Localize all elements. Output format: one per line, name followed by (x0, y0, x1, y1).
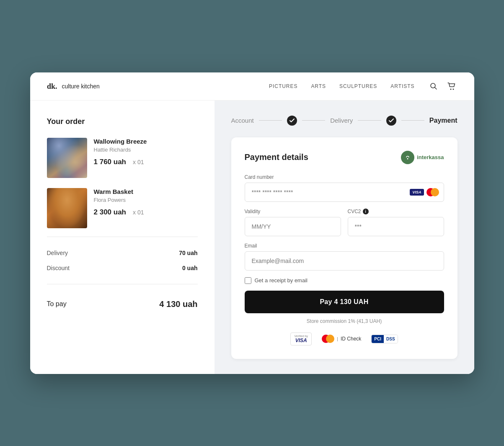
nav-icons (428, 81, 457, 92)
fee-row-delivery: Delivery 70 uah (47, 245, 198, 260)
cvc-info-icon[interactable]: i (363, 209, 369, 214)
interkassa-text: interkassa (417, 154, 444, 160)
step-payment-label: Payment (429, 117, 457, 124)
id-check-badge: | ID Check (322, 335, 361, 343)
steps-bar: Account Delivery Payment (231, 116, 457, 126)
payment-card: Payment details interkassa (231, 137, 457, 359)
nav-arts[interactable]: ARTS (311, 83, 326, 89)
item-image-2 (47, 188, 87, 228)
payment-section: Account Delivery Payment (215, 101, 474, 374)
item-details-2: Warm Basket Flora Powers 2 300 uah x 01 (94, 188, 198, 217)
mc-badge-id (322, 335, 334, 343)
cvc-label-row: CVC2 i (348, 209, 444, 214)
step-line-2 (302, 120, 325, 121)
delivery-label: Delivery (47, 250, 68, 256)
item-artist-1: Hattie Richards (94, 147, 198, 153)
discount-value: 0 uah (182, 265, 198, 271)
payment-header: Payment details interkassa (245, 151, 444, 164)
item-name-1: Wallowing Breeze (94, 138, 198, 145)
cvc-input[interactable] (348, 217, 444, 236)
id-check-separator: | (337, 336, 338, 341)
fee-row-discount: Discount 0 uah (47, 260, 198, 276)
step-line-4 (401, 120, 424, 121)
total-row: To pay 4 130 uah (47, 293, 198, 316)
item-artist-2: Flora Powers (94, 197, 198, 203)
mc-circle-orange (431, 188, 439, 196)
total-value: 4 130 uah (159, 299, 197, 309)
search-icon (430, 82, 437, 90)
item-image-1 (47, 138, 87, 178)
item-price-row-2: 2 300 uah x 01 (94, 208, 198, 217)
discount-label: Discount (47, 265, 70, 271)
card-input-wrapper: VISA (245, 183, 444, 202)
validity-cvc-row: Validity CVC2 i (245, 209, 444, 243)
step-check-2 (386, 116, 396, 126)
svg-line-2 (434, 87, 437, 89)
item-qty-2: x 01 (133, 209, 144, 216)
card-number-group: Card number VISA (245, 174, 444, 202)
payment-title: Payment details (245, 152, 308, 162)
svg-point-6 (407, 158, 408, 159)
interkassa-logo: interkassa (401, 151, 444, 164)
interkassa-icon (401, 151, 414, 164)
checkmark-icon-1 (289, 119, 295, 123)
logo-icon: dk. (47, 82, 59, 90)
order-items: Wallowing Breeze Hattie Richards 1 760 u… (47, 138, 198, 228)
svg-point-3 (450, 88, 451, 90)
dss-text: DSS (384, 335, 398, 343)
security-badges: Verified by VISA | ID Check (245, 333, 444, 345)
item-details-1: Wallowing Breeze Hattie Richards 1 760 u… (94, 138, 198, 166)
step-line-1 (259, 120, 282, 121)
card-icons: VISA (410, 188, 439, 196)
pay-button[interactable]: Pay 4 130 UAH (245, 291, 444, 313)
item-price-1: 1 760 uah (94, 158, 127, 166)
nav-links: PICTURES ARTS SCULPTURES ARTISTS (269, 83, 414, 89)
validity-input[interactable] (245, 217, 341, 236)
delivery-value: 70 uah (179, 250, 197, 256)
logo[interactable]: dk. culture kitchen (47, 82, 100, 90)
cvc-label: CVC2 (348, 209, 361, 214)
order-item-2: Warm Basket Flora Powers 2 300 uah x 01 (47, 188, 198, 228)
verified-text: Verified by (294, 335, 308, 338)
search-button[interactable] (428, 81, 439, 92)
nav-sculptures[interactable]: SCULPTURES (339, 83, 377, 89)
order-sidebar: Your order Wallowing Breeze Hattie Richa… (30, 101, 215, 374)
cvc-group: CVC2 i (348, 209, 444, 236)
card-number-label: Card number (245, 174, 444, 180)
verified-visa-badge: Verified by VISA (290, 333, 312, 345)
divider-2 (47, 284, 198, 284)
nav-pictures[interactable]: PICTURES (269, 83, 297, 89)
mastercard-badge (426, 188, 439, 196)
item-qty-1: x 01 (133, 159, 144, 165)
step-account-label: Account (231, 117, 254, 124)
visa-badge: VISA (410, 189, 424, 196)
item-price-row-1: 1 760 uah x 01 (94, 158, 198, 166)
receipt-checkbox[interactable] (245, 277, 251, 284)
order-fees: Delivery 70 uah Discount 0 uah (47, 245, 198, 276)
id-check-label: ID Check (341, 336, 361, 342)
navbar: dk. culture kitchen PICTURES ARTS SCULPT… (30, 72, 474, 101)
step-line-3 (358, 120, 381, 121)
email-input[interactable] (245, 251, 444, 271)
order-title: Your order (47, 117, 198, 126)
step-check-1 (287, 116, 297, 126)
pci-text: PCI (372, 335, 384, 343)
item-name-2: Warm Basket (94, 188, 198, 195)
cart-icon (447, 82, 456, 90)
receipt-label: Get a receipt by email (255, 277, 308, 284)
step-delivery-label: Delivery (330, 117, 353, 124)
total-label: To pay (47, 300, 67, 308)
checkmark-icon-2 (389, 119, 394, 123)
order-item-1: Wallowing Breeze Hattie Richards 1 760 u… (47, 138, 198, 178)
email-group: Email (245, 243, 444, 271)
main-content: Your order Wallowing Breeze Hattie Richa… (30, 101, 474, 374)
visa-text: VISA (295, 338, 307, 343)
commission-text: Store commission 1% (41,3 UAH) (245, 318, 444, 324)
interkassa-svg (404, 154, 411, 161)
cart-button[interactable] (446, 81, 457, 92)
divider-1 (47, 237, 198, 237)
nav-artists[interactable]: ARTISTS (390, 83, 414, 89)
mc-orange-id (326, 335, 334, 343)
item-price-2: 2 300 uah (94, 208, 127, 217)
validity-label: Validity (245, 209, 341, 214)
